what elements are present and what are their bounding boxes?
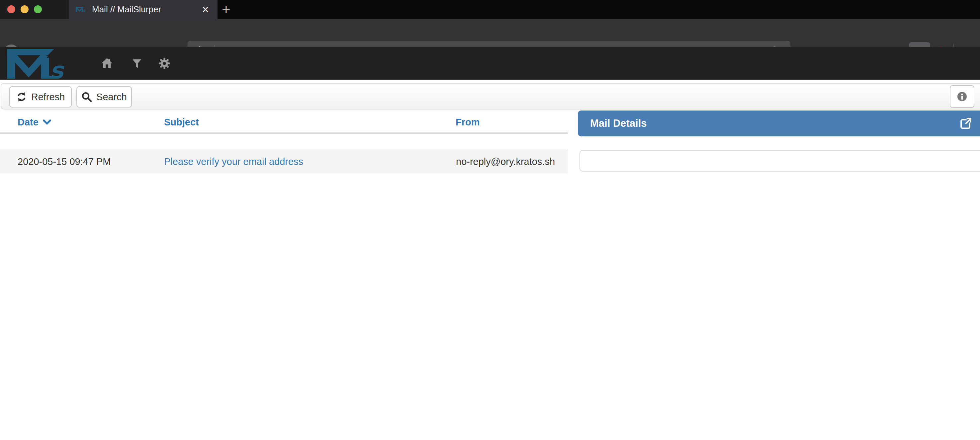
column-header-from-label: From — [456, 111, 480, 133]
app-settings-gear-button[interactable] — [158, 57, 171, 70]
search-button-label: Search — [96, 92, 127, 103]
column-header-date-label: Date — [18, 111, 38, 133]
app-header — [0, 47, 980, 79]
browser-tab-bar: Mail // MailSlurper × + — [0, 0, 980, 19]
column-header-date[interactable]: Date — [18, 111, 51, 133]
tab-title: Mail // MailSlurper — [92, 4, 161, 14]
column-header-subject-label: Subject — [164, 111, 199, 133]
info-icon — [956, 91, 968, 102]
refresh-button-label: Refresh — [31, 92, 65, 103]
window-zoom-button[interactable] — [34, 5, 42, 13]
table-row-empty — [0, 134, 568, 149]
mail-details-empty-box — [579, 150, 980, 172]
mail-date-cell: 2020-05-15 09:47 PM — [18, 150, 111, 173]
browser-tab[interactable]: Mail // MailSlurper × — [69, 0, 218, 19]
window-minimize-button[interactable] — [21, 5, 29, 13]
refresh-icon — [16, 92, 27, 102]
search-icon — [81, 92, 92, 102]
mailslurper-favicon-icon — [75, 6, 88, 12]
mail-subject-link[interactable]: Please verify your email address — [164, 150, 303, 173]
window-close-button[interactable] — [7, 5, 15, 13]
column-header-from[interactable]: From — [456, 111, 480, 133]
refresh-button[interactable]: Refresh — [9, 86, 72, 108]
info-button[interactable] — [950, 85, 974, 108]
app-filter-button[interactable] — [132, 59, 142, 69]
browser-nav-toolbar: 127.0.0.1:4436 ••• — [0, 19, 980, 47]
tab-close-icon[interactable]: × — [202, 4, 209, 16]
window-controls — [7, 5, 42, 13]
mail-details-header: Mail Details — [578, 111, 980, 137]
new-tab-button[interactable]: + — [222, 1, 231, 18]
browser-window: Mail // MailSlurper × + — [0, 0, 980, 440]
column-header-subject[interactable]: Subject — [164, 111, 199, 133]
external-link-icon[interactable] — [959, 117, 972, 130]
app-home-button[interactable] — [100, 57, 113, 69]
mail-details-title: Mail Details — [590, 111, 647, 137]
mail-from-cell: no-reply@ory.kratos.sh — [456, 150, 555, 173]
table-row: 2020-05-15 09:47 PM Please verify your e… — [0, 150, 568, 173]
mail-table-header: Date Subject From — [0, 111, 568, 133]
mailslurper-logo — [5, 48, 79, 79]
sort-chevron-down-icon — [43, 119, 51, 125]
search-button[interactable]: Search — [76, 86, 132, 108]
app-toolbar: Refresh Search — [1, 83, 980, 110]
